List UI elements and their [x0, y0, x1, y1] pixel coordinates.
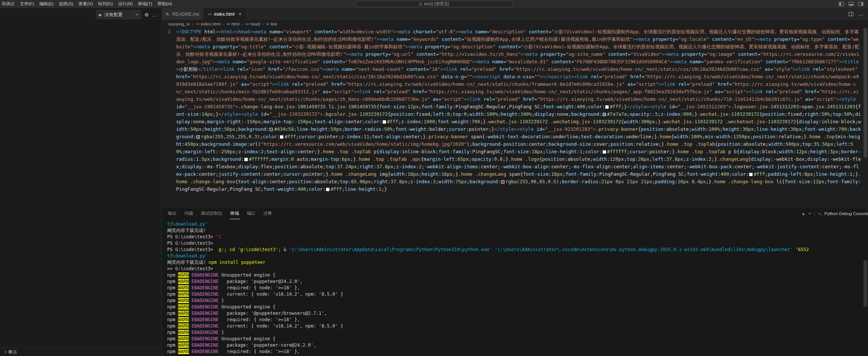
command-center-title: test3 [管理员] [424, 1, 449, 7]
command-center[interactable]: test3 [管理员] [355, 1, 513, 7]
terminal-line: npm WARN EBADENGINE package: 'puppeteer@… [167, 278, 868, 285]
terminal-line: npm WARN EBADENGINE Unsupported engine { [167, 304, 868, 310]
debug-console-icon: >_ [819, 212, 823, 215]
breadcrumb-item-index.html[interactable]: <>index.html [196, 22, 220, 26]
menu-item-3[interactable]: 查看(V) [76, 0, 95, 8]
tab-label: index.html [214, 12, 235, 17]
launch-profile-chevron-icon[interactable] [808, 212, 811, 214]
breadcrumb-label: html [231, 22, 239, 26]
breadcrumb-label: head [250, 22, 260, 26]
breakpoints-section-header[interactable]: 断点 [0, 348, 162, 356]
toggle-sidebar-icon[interactable] [839, 2, 844, 6]
breadcrumb: xiaoying_tv›<>index.html›<>html›<>head›<… [162, 20, 868, 28]
tab-README.md[interactable]: M↓README.md [162, 8, 204, 20]
chevron-right-icon: › [223, 22, 224, 26]
run-config-dropdown[interactable]: ▶ 没有配置 [96, 10, 141, 19]
more-actions-icon[interactable]: … [152, 12, 157, 17]
split-editor-icon[interactable] [849, 12, 853, 16]
terminal-line: npm WARN EBADENGINE Unsupported engine { [167, 336, 868, 342]
run-debug-sidebar: ▶ 没有配置 ⚙ … 断点 [0, 8, 162, 356]
menu-item-1[interactable]: 编辑(E) [37, 0, 56, 8]
breadcrumb-item-head[interactable]: <>head [245, 22, 260, 26]
title-bar: 和调试 文件(F)编辑(E)选择(S)查看(V)转到(G)运行(R)终端(T)帮… [0, 0, 868, 8]
panel-tab-注释[interactable]: 注释 [263, 208, 273, 219]
chevron-down-icon[interactable] [136, 13, 138, 15]
terminal-list-item[interactable]: >_ Python Debug Console [819, 211, 868, 216]
debug-toolbar: ▶ 没有配置 ⚙ … [0, 8, 162, 21]
dropdown-divider [133, 12, 134, 17]
sidebar-body [0, 21, 162, 348]
code-editor[interactable]: 1 <!DOCTYPE html><html><head><meta name=… [162, 28, 868, 208]
editor-tabs: M↓README.md<>index.html× [162, 8, 246, 20]
terminal-line: npm WARN EBADENGINE package: 'puppeteer-… [167, 342, 868, 349]
gear-icon[interactable]: ⚙ [144, 12, 149, 17]
breadcrumb-label: xiaoying_tv [168, 22, 190, 26]
chevron-right-icon: › [242, 22, 243, 26]
workbench: ▶ 没有配置 ⚙ … 断点 M↓README.md<>index.html× [0, 8, 868, 356]
terminal-list-label: Python Debug Console [825, 211, 868, 216]
terminal-line: npm WARN EBADENGINE required: { node: '>… [167, 317, 868, 323]
breadcrumb-item-html[interactable]: <>html [226, 22, 239, 26]
start-debug-icon[interactable]: ▶ [99, 13, 102, 17]
markdown-file-icon: M↓ [166, 12, 170, 16]
line-number-gutter: 1 [162, 28, 176, 208]
terminal-line: t3\download.py' [167, 253, 868, 259]
code-content[interactable]: <!DOCTYPE html><html><head><meta name="v… [176, 28, 868, 208]
terminal-line: PS G:\code\test3> ^C [167, 234, 868, 240]
menu-item-2[interactable]: 选择(S) [56, 0, 76, 8]
more-actions-icon[interactable]: … [858, 12, 863, 16]
tab-index.html[interactable]: <>index.html× [204, 8, 246, 20]
divider [814, 211, 815, 216]
menu-item-0[interactable]: 文件(F) [17, 0, 37, 8]
terminal-line: npm WARN EBADENGINE } [167, 329, 868, 336]
panel-actions: + >_ Python Debug Console [802, 211, 868, 217]
breadcrumb-item-xiaoying_tv[interactable]: xiaoying_tv [168, 22, 190, 26]
symbol-tag-icon: <> [245, 22, 249, 26]
terminal-line: npm WARN EBADENGINE Unsupported engine { [167, 272, 868, 278]
breadcrumb-label: index.html [201, 22, 220, 26]
terminal-line: PS G:\code\test3> [167, 240, 868, 247]
editor-tab-bar: M↓README.md<>index.html× … [162, 8, 868, 20]
menu-item-4[interactable]: 转到(G) [96, 0, 116, 8]
terminal-scrollbar[interactable] [864, 260, 867, 307]
chevron-right-icon: › [192, 22, 194, 26]
menu-item-6[interactable]: 终端(T) [135, 0, 155, 8]
run-config-label: 没有配置 [105, 12, 131, 18]
bottom-panel: 输出问题调试控制台终端端口注释 + >_ Python Debug Consol… [162, 208, 868, 356]
line-number: 1 [168, 29, 171, 34]
scrollbar-thumb[interactable] [864, 28, 867, 157]
menu-item-7[interactable]: 帮助(H) [155, 0, 175, 8]
editor-actions: … [849, 8, 868, 20]
panel-tab-终端[interactable]: 终端 [230, 208, 240, 219]
symbol-tag-icon: <> [266, 22, 269, 26]
terminal-line: npm WARN EBADENGINE package: '@puppeteer… [167, 310, 868, 317]
layout-controls [839, 2, 868, 6]
menu-bar: 文件(F)编辑(E)选择(S)查看(V)转到(G)运行(R)终端(T)帮助(H) [17, 0, 175, 8]
tab-label: README.md [172, 12, 199, 17]
run-debug-view-title: 和调试 [0, 1, 17, 7]
close-icon[interactable]: × [239, 12, 242, 16]
chevron-right-icon: › [262, 22, 264, 26]
terminal-line: npm WARN EBADENGINE required: { node: '>… [167, 349, 868, 355]
panel-tab-问题[interactable]: 问题 [184, 208, 194, 219]
terminal-line: 网页内容下载完成! npm install puppeteer [167, 259, 868, 266]
vscode-window: 和调试 文件(F)编辑(E)选择(S)查看(V)转到(G)运行(R)终端(T)帮… [0, 0, 868, 356]
terminal-output[interactable]: t3\download.py'网页内容下载完成!PS G:\code\test3… [162, 219, 868, 356]
terminal-line: PS G:\code\test3> g:; cd 'g:\code\test3'… [167, 247, 868, 253]
terminal-line: t3\download.py' [167, 221, 868, 227]
editor-group: M↓README.md<>index.html× … xiaoying_tv›<… [162, 8, 868, 356]
panel-tab-输出[interactable]: 输出 [167, 208, 177, 219]
panel-tab-调试控制台[interactable]: 调试控制台 [200, 208, 223, 219]
chevron-right-icon [4, 351, 6, 353]
toggle-panel-icon[interactable] [849, 2, 854, 6]
search-icon [419, 3, 422, 5]
panel-tab-端口[interactable]: 端口 [246, 208, 256, 219]
editor-scrollbar[interactable] [863, 28, 868, 208]
menu-item-5[interactable]: 运行(R) [115, 0, 135, 8]
new-terminal-icon[interactable]: + [802, 211, 805, 217]
breadcrumb-label: link [271, 22, 277, 26]
toggle-secondary-sidebar-icon[interactable] [858, 2, 864, 6]
panel-tabs: 输出问题调试控制台终端端口注释 [167, 208, 279, 219]
breadcrumb-item-link[interactable]: <>link [266, 22, 277, 26]
html-file-icon: <> [208, 12, 212, 16]
